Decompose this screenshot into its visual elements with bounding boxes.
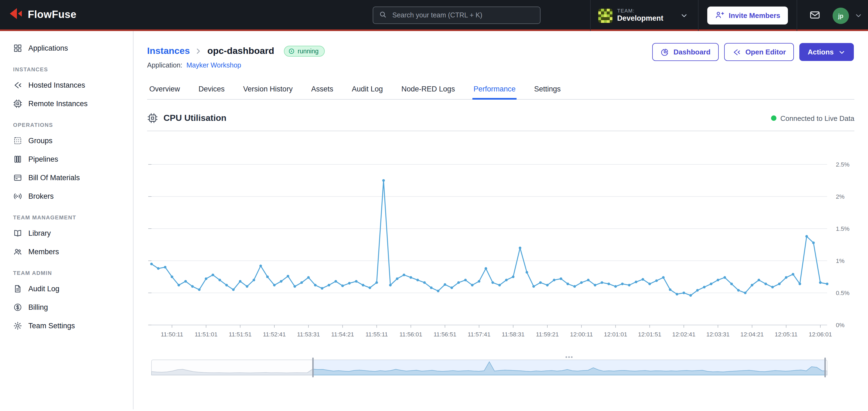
running-status-icon bbox=[288, 48, 295, 55]
svg-text:11:50:11: 11:50:11 bbox=[161, 331, 183, 338]
svg-text:11:51:51: 11:51:51 bbox=[229, 331, 252, 338]
team-search bbox=[373, 6, 540, 24]
svg-text:1.5%: 1.5% bbox=[836, 226, 849, 232]
notifications-mail-button[interactable] bbox=[807, 7, 823, 24]
sidebar-item-hosted-instances[interactable]: Hosted Instances bbox=[0, 76, 133, 94]
sidebar-section-team-admin: TEAM ADMIN bbox=[0, 261, 133, 279]
svg-text:12:00:11: 12:00:11 bbox=[570, 331, 593, 338]
sidebar-item-billing[interactable]: Billing bbox=[0, 298, 133, 316]
svg-text:11:59:21: 11:59:21 bbox=[536, 331, 559, 338]
cpu-utilisation-chart: 0%0.5%1%1.5%2%2.5%11:50:1111:51:0111:51:… bbox=[147, 136, 862, 343]
sidebar-item-pipelines[interactable]: Pipelines bbox=[0, 150, 133, 168]
cpu-chip-icon bbox=[147, 113, 158, 124]
svg-text:1%: 1% bbox=[836, 258, 844, 264]
sidebar-item-label: Hosted Instances bbox=[28, 81, 85, 89]
sidebar-item-groups[interactable]: Groups bbox=[0, 131, 133, 150]
sidebar-item-members[interactable]: Members bbox=[0, 242, 133, 261]
tab-audit-log[interactable]: Audit Log bbox=[351, 80, 384, 99]
page-action-buttons: Dashboard Open Editor Actions bbox=[652, 43, 854, 61]
chart-title: CPU Utilisation bbox=[163, 113, 226, 123]
sidebar-section-operations: OPERATIONS bbox=[0, 113, 133, 131]
user-avatar[interactable]: jp bbox=[833, 7, 849, 24]
user-avatar-initials: jp bbox=[838, 12, 843, 19]
page-title: opc-dashboard bbox=[207, 46, 274, 57]
sidebar-item-label: Library bbox=[28, 229, 51, 237]
cpu-chart-container: 0%0.5%1%1.5%2%2.5%11:50:1111:51:0111:51:… bbox=[147, 136, 868, 343]
user-menu-chevron-icon[interactable] bbox=[855, 11, 863, 20]
groups-icon bbox=[13, 136, 22, 145]
sidebar-item-brokers[interactable]: Brokers bbox=[0, 187, 133, 205]
application-row: Application: Mayker Workshop bbox=[147, 62, 868, 69]
search-icon bbox=[379, 10, 387, 21]
actions-button[interactable]: Actions bbox=[800, 43, 854, 61]
sidebar-item-label: Billing bbox=[28, 303, 48, 311]
top-navbar: FlowFuse bbox=[0, 0, 868, 31]
dashboard-button-label: Dashboard bbox=[674, 48, 711, 56]
sidebar-item-audit-log[interactable]: Audit Log bbox=[0, 279, 133, 298]
navbar-right-cluster: TEAM: Development Invite Members bbox=[590, 0, 863, 31]
svg-text:11:58:31: 11:58:31 bbox=[502, 331, 525, 338]
sidebar-item-applications[interactable]: Applications bbox=[0, 39, 133, 57]
svg-text:11:55:11: 11:55:11 bbox=[365, 331, 388, 338]
svg-text:12:05:11: 12:05:11 bbox=[775, 331, 798, 338]
flowfuse-logo-icon bbox=[9, 6, 23, 23]
navbar-divider bbox=[698, 0, 699, 31]
svg-text:12:01:01: 12:01:01 bbox=[604, 331, 627, 338]
members-users-icon bbox=[13, 247, 22, 256]
tab-performance[interactable]: Performance bbox=[472, 80, 517, 100]
bill-of-materials-icon bbox=[13, 173, 22, 182]
chart-navigator-container bbox=[147, 355, 868, 378]
actions-button-label: Actions bbox=[808, 48, 834, 56]
sidebar-section-instances: INSTANCES bbox=[0, 57, 133, 76]
tab-overview[interactable]: Overview bbox=[148, 80, 181, 99]
svg-text:12:06:01: 12:06:01 bbox=[809, 331, 832, 338]
sidebar-item-bill-of-materials[interactable]: Bill Of Materials bbox=[0, 168, 133, 187]
svg-text:2.5%: 2.5% bbox=[836, 161, 849, 168]
chevron-down-icon bbox=[838, 48, 846, 56]
flowfuse-logo[interactable]: FlowFuse bbox=[9, 6, 76, 23]
chip-icon bbox=[13, 99, 22, 108]
open-editor-button[interactable]: Open Editor bbox=[724, 43, 794, 61]
tab-version-history[interactable]: Version History bbox=[242, 80, 294, 99]
status-badge: running bbox=[284, 46, 324, 57]
sidebar-item-team-settings[interactable]: Team Settings bbox=[0, 316, 133, 335]
svg-text:11:56:01: 11:56:01 bbox=[399, 331, 422, 338]
breadcrumb-instances-link[interactable]: Instances bbox=[147, 46, 190, 57]
svg-text:0%: 0% bbox=[836, 322, 844, 329]
team-label: TEAM: bbox=[617, 8, 663, 14]
tab-assets[interactable]: Assets bbox=[310, 80, 334, 99]
chart-range-selector[interactable] bbox=[147, 355, 862, 378]
sidebar-item-label: Bill Of Materials bbox=[28, 173, 80, 181]
svg-text:0.5%: 0.5% bbox=[836, 289, 849, 297]
dashboard-button[interactable]: Dashboard bbox=[652, 43, 719, 61]
sidebar-item-label: Applications bbox=[28, 44, 68, 52]
svg-text:11:57:41: 11:57:41 bbox=[467, 331, 490, 338]
cpu-panel-header: CPU Utilisation Connected to Live Data bbox=[147, 113, 855, 131]
tab-settings[interactable]: Settings bbox=[533, 80, 562, 99]
billing-dollar-icon bbox=[13, 302, 22, 312]
sidebar-item-library[interactable]: Library bbox=[0, 224, 133, 242]
sidebar-section-team-management: TEAM MANAGEMENT bbox=[0, 205, 133, 224]
sidebar-item-label: Pipelines bbox=[28, 155, 58, 163]
svg-text:11:54:21: 11:54:21 bbox=[331, 331, 354, 338]
main-content: Instances opc-dashboard running Applicat… bbox=[133, 31, 868, 409]
svg-text:11:56:51: 11:56:51 bbox=[433, 331, 456, 338]
sidebar-item-label: Remote Instances bbox=[28, 99, 88, 107]
team-selector[interactable]: TEAM: Development bbox=[590, 0, 698, 31]
live-status: Connected to Live Data bbox=[771, 114, 855, 122]
invite-members-button[interactable]: Invite Members bbox=[708, 6, 788, 25]
application-label: Application: bbox=[147, 62, 182, 69]
svg-text:12:04:21: 12:04:21 bbox=[741, 331, 764, 338]
tab-node-red-logs[interactable]: Node-RED Logs bbox=[400, 80, 456, 99]
svg-text:11:53:31: 11:53:31 bbox=[297, 331, 320, 338]
applications-icon bbox=[13, 43, 22, 53]
search-input[interactable] bbox=[391, 11, 534, 20]
svg-text:2%: 2% bbox=[836, 193, 844, 200]
team-avatar bbox=[598, 8, 612, 23]
app-root: FlowFuse bbox=[0, 0, 868, 411]
open-editor-button-label: Open Editor bbox=[745, 48, 786, 56]
application-link[interactable]: Mayker Workshop bbox=[186, 62, 241, 69]
tab-devices[interactable]: Devices bbox=[197, 80, 226, 99]
sidebar-item-label: Groups bbox=[28, 136, 53, 144]
sidebar-item-remote-instances[interactable]: Remote Instances bbox=[0, 94, 133, 113]
